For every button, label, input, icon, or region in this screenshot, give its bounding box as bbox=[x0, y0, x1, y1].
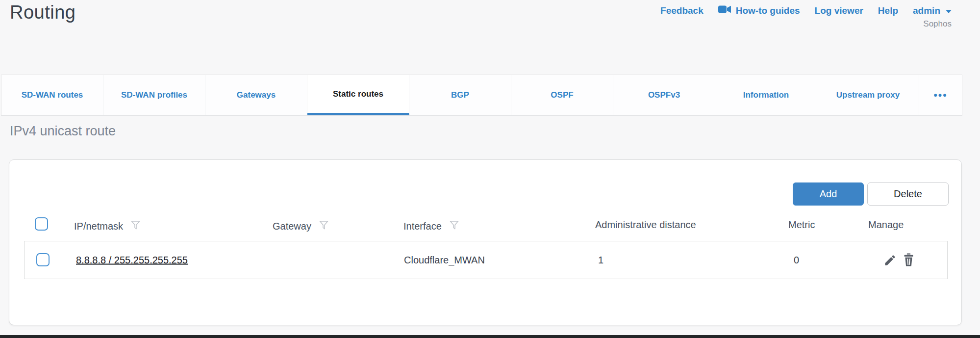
log-viewer-link[interactable]: Log viewer bbox=[815, 5, 863, 16]
page-title: Routing bbox=[10, 2, 75, 23]
tab-ospfv3[interactable]: OSPFv3 bbox=[613, 75, 715, 115]
filter-icon[interactable] bbox=[319, 220, 329, 233]
video-camera-icon bbox=[718, 5, 731, 16]
help-label: Help bbox=[878, 5, 898, 16]
filter-icon[interactable] bbox=[449, 220, 459, 233]
administrative-distance-value: 1 bbox=[598, 255, 603, 266]
filter-icon[interactable] bbox=[130, 220, 141, 233]
column-header-metric-label: Metric bbox=[788, 219, 815, 231]
static-routes-card: Add Delete IP/netmask Gateway Interface … bbox=[9, 159, 962, 325]
table-row: 8.8.8.8 / 255.255.255.255 Cloudflare_MWA… bbox=[24, 241, 948, 279]
trash-icon[interactable] bbox=[903, 253, 915, 267]
column-header-manage-label: Manage bbox=[868, 219, 904, 231]
admin-menu[interactable]: admin bbox=[913, 5, 952, 16]
tab-gateways[interactable]: Gateways bbox=[205, 75, 307, 115]
column-header-administrative-distance-label: Administrative distance bbox=[595, 219, 696, 231]
manage-actions bbox=[883, 253, 915, 267]
column-header-gateway: Gateway bbox=[273, 219, 329, 233]
tab-static-routes[interactable]: Static routes bbox=[307, 75, 409, 115]
column-header-manage: Manage bbox=[868, 219, 904, 231]
tab-sd-wan-profiles[interactable]: SD-WAN profiles bbox=[103, 75, 205, 115]
window-bottom-edge bbox=[0, 335, 980, 338]
tab-ospf[interactable]: OSPF bbox=[511, 75, 613, 115]
tab-bar: SD-WAN routes SD-WAN profiles Gateways S… bbox=[1, 75, 962, 116]
column-header-gateway-label: Gateway bbox=[273, 221, 311, 232]
top-links: Feedback How-to guides Log viewer Help a… bbox=[660, 5, 952, 16]
column-header-interface: Interface bbox=[403, 219, 459, 233]
column-header-interface-label: Interface bbox=[403, 221, 442, 232]
feedback-link-label: Feedback bbox=[660, 5, 704, 16]
tab-overflow-menu[interactable]: ••• bbox=[919, 75, 962, 115]
howto-guides-label: How-to guides bbox=[736, 5, 800, 16]
ip-netmask-link[interactable]: 8.8.8.8 / 255.255.255.255 bbox=[76, 255, 188, 266]
admin-menu-label: admin bbox=[913, 5, 940, 16]
tab-upstream-proxy[interactable]: Upstream proxy bbox=[817, 75, 919, 115]
metric-value: 0 bbox=[794, 255, 799, 266]
column-header-metric: Metric bbox=[788, 219, 815, 231]
tab-sd-wan-routes[interactable]: SD-WAN routes bbox=[1, 75, 103, 115]
chevron-down-icon bbox=[946, 10, 952, 13]
select-all-checkbox[interactable] bbox=[35, 217, 48, 231]
tab-bgp[interactable]: BGP bbox=[409, 75, 511, 115]
add-button[interactable]: Add bbox=[793, 182, 864, 206]
help-link[interactable]: Help bbox=[878, 5, 898, 16]
section-title: IPv4 unicast route bbox=[10, 124, 116, 139]
row-checkbox[interactable] bbox=[36, 253, 50, 266]
routing-page: Routing Feedback How-to guides Log viewe… bbox=[0, 0, 980, 338]
feedback-link[interactable]: Feedback bbox=[660, 5, 704, 16]
delete-button[interactable]: Delete bbox=[867, 182, 949, 206]
howto-guides-link[interactable]: How-to guides bbox=[718, 5, 800, 16]
column-header-ip-netmask: IP/netmask bbox=[74, 219, 141, 233]
column-header-ip-netmask-label: IP/netmask bbox=[74, 221, 123, 232]
company-label: Sophos bbox=[923, 19, 952, 29]
edit-icon[interactable] bbox=[883, 254, 897, 267]
tab-information[interactable]: Information bbox=[715, 75, 817, 115]
topbar-right: Feedback How-to guides Log viewer Help a… bbox=[660, 5, 952, 29]
log-viewer-label: Log viewer bbox=[815, 5, 863, 16]
column-header-administrative-distance: Administrative distance bbox=[595, 219, 696, 231]
interface-value: Cloudflare_MWAN bbox=[404, 255, 485, 266]
